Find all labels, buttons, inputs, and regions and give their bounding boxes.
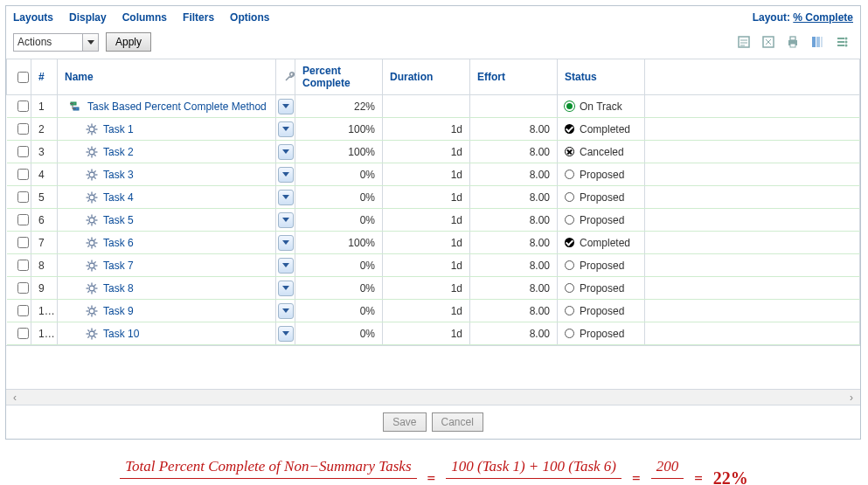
- row-dropdown-button[interactable]: [278, 167, 294, 183]
- header-status[interactable]: Status: [558, 59, 645, 95]
- table-row[interactable]: 6Task 50%1d8.00Proposed: [7, 209, 860, 232]
- print-icon[interactable]: [785, 34, 801, 50]
- cell-duration: 1d: [383, 277, 470, 300]
- header-number[interactable]: #: [31, 59, 58, 95]
- row-dropdown-button[interactable]: [278, 121, 294, 137]
- export-icon[interactable]: [736, 34, 752, 50]
- status-icon: [565, 283, 574, 293]
- cell-effort: 8.00: [470, 277, 558, 300]
- table-row[interactable]: 4Task 30%1d8.00Proposed: [7, 163, 860, 186]
- table-row[interactable]: 7Task 6100%1d8.00Completed: [7, 232, 860, 254]
- svg-line-94: [87, 313, 89, 315]
- table-row[interactable]: 11Task 100%1d8.00Proposed: [7, 322, 860, 345]
- apply-button[interactable]: Apply: [106, 32, 151, 52]
- menu-columns[interactable]: Columns: [122, 11, 167, 24]
- row-dropdown-button[interactable]: [278, 190, 294, 205]
- gear-icon: [86, 169, 98, 181]
- table-row[interactable]: 9Task 80%1d8.00Proposed: [7, 277, 860, 300]
- cell-effort: 8.00: [470, 163, 558, 186]
- row-dropdown-button[interactable]: [278, 235, 294, 251]
- expand-icon[interactable]: [760, 34, 776, 50]
- gear-icon: [86, 123, 98, 135]
- menu-options[interactable]: Options: [230, 11, 269, 24]
- cell-duration: 1d: [383, 186, 470, 209]
- row-checkbox[interactable]: [17, 237, 29, 248]
- svg-rect-3: [790, 37, 795, 40]
- row-checkbox[interactable]: [17, 305, 29, 316]
- header-select-all[interactable]: [7, 59, 31, 95]
- row-number: 11: [31, 322, 58, 345]
- row-checkbox[interactable]: [17, 282, 29, 294]
- svg-line-84: [94, 284, 96, 286]
- row-dropdown-button[interactable]: [278, 144, 294, 160]
- cell-effort: 8.00: [470, 141, 558, 163]
- row-number: 1: [31, 95, 58, 118]
- table-row[interactable]: 3Task 2100%1d8.00Canceled: [7, 141, 860, 163]
- header-name[interactable]: Name: [58, 59, 276, 95]
- horizontal-scrollbar[interactable]: ‹ ›: [6, 389, 860, 405]
- header-wrench-icon[interactable]: [276, 59, 295, 95]
- row-dropdown-button[interactable]: [278, 326, 294, 342]
- chevron-down-icon: [82, 34, 98, 51]
- settings-icon[interactable]: [834, 34, 850, 50]
- row-checkbox[interactable]: [17, 214, 29, 225]
- svg-line-55: [87, 216, 89, 218]
- table-row[interactable]: 10Task 90%1d8.00Proposed: [7, 300, 860, 322]
- row-dropdown-button[interactable]: [278, 281, 294, 296]
- task-name-link[interactable]: Task 2: [103, 146, 134, 158]
- svg-line-38: [94, 177, 96, 178]
- svg-line-56: [94, 222, 96, 224]
- row-checkbox[interactable]: [17, 100, 29, 112]
- cancel-button[interactable]: Cancel: [432, 412, 483, 432]
- table-row[interactable]: 1Task Based Percent Complete Method22%On…: [7, 95, 860, 118]
- row-checkbox[interactable]: [17, 328, 29, 339]
- row-dropdown-button[interactable]: [278, 303, 294, 319]
- task-name-link[interactable]: Task 6: [103, 237, 134, 249]
- svg-line-76: [87, 267, 89, 269]
- row-checkbox[interactable]: [17, 146, 29, 157]
- app-frame: Layouts Display Columns Filters Options …: [5, 5, 861, 440]
- row-checkbox[interactable]: [17, 123, 29, 135]
- header-effort[interactable]: Effort: [470, 59, 558, 95]
- cell-status: Proposed: [565, 169, 637, 181]
- task-name-link[interactable]: Task 8: [103, 282, 134, 294]
- menu-filters[interactable]: Filters: [183, 11, 214, 24]
- svg-point-68: [89, 263, 94, 268]
- row-checkbox[interactable]: [17, 260, 29, 271]
- cell-effort: 8.00: [470, 232, 558, 254]
- svg-rect-5: [812, 37, 816, 47]
- menu-display[interactable]: Display: [69, 11, 107, 24]
- task-name-link[interactable]: Task 1: [103, 123, 134, 135]
- cell-status: On Track: [565, 100, 637, 113]
- menu-layouts[interactable]: Layouts: [13, 11, 53, 24]
- actions-dropdown[interactable]: Actions: [13, 33, 99, 52]
- cell-effort: 8.00: [470, 209, 558, 232]
- header-percent-complete[interactable]: Percent Complete: [295, 59, 383, 95]
- scroll-right-icon[interactable]: ›: [850, 391, 853, 404]
- table-row[interactable]: 5Task 40%1d8.00Proposed: [7, 186, 860, 209]
- task-name-link[interactable]: Task 3: [103, 169, 134, 181]
- table-row[interactable]: 2Task 1100%1d8.00Completed: [7, 118, 860, 141]
- row-checkbox[interactable]: [17, 169, 29, 180]
- save-button[interactable]: Save: [383, 412, 426, 432]
- task-name-link[interactable]: Task 7: [103, 260, 134, 272]
- row-checkbox[interactable]: [17, 191, 29, 203]
- table-row[interactable]: 8Task 70%1d8.00Proposed: [7, 254, 860, 277]
- task-name-link[interactable]: Task Based Percent Complete Method: [87, 100, 267, 113]
- select-all-checkbox[interactable]: [17, 72, 29, 83]
- svg-line-65: [94, 245, 96, 246]
- layout-value-link[interactable]: % Complete: [793, 11, 853, 24]
- task-name-link[interactable]: Task 10: [103, 328, 139, 340]
- row-dropdown-button[interactable]: [278, 258, 294, 274]
- status-text: Proposed: [580, 328, 624, 340]
- header-duration[interactable]: Duration: [383, 59, 470, 95]
- columns-icon[interactable]: [809, 34, 825, 50]
- scroll-left-icon[interactable]: ‹: [13, 391, 17, 404]
- task-name-link[interactable]: Task 9: [103, 305, 134, 317]
- cell-duration: 1d: [383, 300, 470, 322]
- task-name-link[interactable]: Task 4: [103, 191, 134, 204]
- row-dropdown-button[interactable]: [278, 212, 294, 228]
- task-name-link[interactable]: Task 5: [103, 214, 134, 226]
- status-text: Proposed: [580, 260, 624, 272]
- row-dropdown-button[interactable]: [278, 99, 294, 114]
